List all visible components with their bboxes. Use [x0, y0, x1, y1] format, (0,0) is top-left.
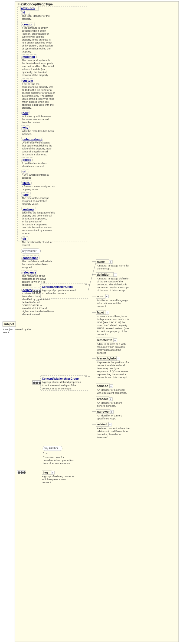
svg-rect-125 — [105, 295, 109, 298]
svg-rect-4 — [22, 10, 30, 15]
svg-text:which express a new: which express a new — [42, 478, 66, 481]
svg-text:descendant elements.: descendant elements. — [22, 153, 47, 156]
svg-text:relationship is different from: relationship is different from — [97, 430, 129, 433]
svg-rect-81 — [22, 236, 28, 241]
svg-text:the value was extracted: the value was extracted — [22, 118, 49, 121]
svg-text:taxonomy tree by a: taxonomy tree by a — [97, 367, 119, 370]
svg-text:+: + — [106, 295, 107, 298]
svg-text:A related concept, where the: A related concept, where the — [97, 427, 129, 430]
svg-text:concept to other concepts: concept to other concepts — [42, 387, 71, 390]
svg-text:A natural language definition: A natural language definition — [97, 277, 129, 280]
svg-text:property.: property. — [22, 106, 32, 109]
svg-rect-214 — [51, 471, 54, 474]
svg-text:property.: property. — [22, 50, 32, 53]
svg-rect-181 — [110, 410, 113, 413]
svg-rect-114 — [96, 272, 114, 277]
svg-rect-185 — [96, 422, 109, 426]
svg-text:sequence of QCode tokens: sequence of QCode tokens — [97, 370, 128, 373]
svg-text:related: related — [97, 423, 107, 426]
svg-text:bag: bag — [43, 471, 48, 474]
svg-text:provider-defined properties: provider-defined properties — [43, 459, 74, 462]
svg-text:type: type — [22, 193, 29, 196]
svg-text:concepts. This definition is: concepts. This definition is — [97, 283, 127, 286]
svg-text:+: + — [110, 385, 112, 388]
svg-text:which applies when this: which applies when this — [21, 100, 49, 103]
svg-text:concept.: concept. — [97, 305, 107, 308]
svg-text:A group of user-defined proper: A group of user-defined properties — [42, 381, 81, 383]
svg-text:Represents the position of a: Represents the position of a — [97, 361, 129, 364]
svg-rect-219 — [17, 470, 25, 474]
svg-text:'narrower'.: 'narrower'. — [97, 436, 109, 439]
svg-text:assigned as controlled: assigned as controlled — [22, 199, 47, 202]
svg-text:constraint applies to all: constraint applies to all — [22, 150, 48, 153]
svg-text:BCP 47.: BCP 47. — [22, 232, 31, 235]
svg-text:override this value. Values: override this value. Values — [22, 226, 52, 229]
svg-text:ConceptDefinitionGroup: ConceptDefinitionGroup — [42, 285, 73, 288]
svg-text:facet: facet — [97, 311, 104, 314]
svg-text:Additional natural language: Additional natural language — [97, 299, 128, 302]
svg-rect-159 — [41, 284, 88, 299]
svg-text:attributes: attributes — [21, 6, 35, 10]
svg-text:entity (person, organisation: entity (person, organisation — [22, 44, 53, 47]
svg-rect-8 — [22, 22, 35, 26]
svg-text:derived/inferred.: derived/inferred. — [22, 301, 40, 304]
svg-text:uri: uri — [22, 170, 26, 173]
svg-text:specific customer or group of: specific customer or group of — [22, 91, 55, 94]
svg-rect-66 — [22, 192, 30, 197]
svg-text:ConceptRelationshipsGroup: ConceptRelationshipsGroup — [42, 377, 79, 380]
svg-text:with equivalent semantics.: with equivalent semantics. — [97, 391, 127, 394]
svg-rect-116 — [114, 273, 117, 276]
svg-text:creator: creator — [22, 23, 33, 26]
svg-rect-212 — [42, 470, 51, 475]
svg-text:metadata to the news: metadata to the news — [22, 277, 46, 280]
svg-text:A reference to the concept: A reference to the concept — [22, 292, 52, 295]
svg-text:concept.).: concept.). — [97, 333, 108, 336]
svg-text:In NAR 1.8 and later, facet: In NAR 1.8 and later, facet — [97, 315, 127, 318]
svg-rect-175 — [109, 398, 112, 401]
svg-text:A subject covered by the: A subject covered by the — [3, 328, 31, 331]
svg-rect-143 — [114, 339, 117, 342]
svg-text:concept.: concept. — [42, 481, 52, 484]
svg-text:specifies which entity: specifies which entity — [22, 29, 46, 32]
svg-text:is deprecated and SHOULD: is deprecated and SHOULD — [97, 318, 129, 321]
svg-text:xmllang values of: xmllang values of — [22, 220, 42, 223]
svg-rect-108 — [96, 259, 109, 264]
svg-text:pubconstraint: pubconstraint — [22, 138, 43, 141]
svg-text:representing the ancestor: representing the ancestor — [97, 373, 126, 376]
svg-text:event.: event. — [3, 331, 10, 334]
svg-text:0..∞: 0..∞ — [43, 452, 48, 455]
svg-text:An identifier of a concept: An identifier of a concept — [97, 388, 125, 391]
svg-text:+: + — [114, 273, 116, 276]
svg-text:custom: custom — [22, 79, 33, 82]
svg-text:system) will edit the: system) will edit the — [22, 35, 44, 38]
svg-rect-54 — [22, 158, 32, 162]
svg-rect-47 — [22, 137, 43, 141]
svg-text:of the semantics of the: of the semantics of the — [97, 280, 123, 283]
svg-text:MUST be used instead (was:: MUST be used instead (was: — [97, 327, 130, 330]
svg-rect-19 — [22, 55, 37, 59]
svg-text:modified: modified — [22, 55, 35, 58]
svg-text:+: + — [111, 411, 112, 413]
svg-text:Extension point for: Extension point for — [43, 456, 64, 459]
svg-rect-132 — [106, 311, 109, 314]
svg-text:+: + — [110, 398, 111, 401]
svg-text:dir: dir — [22, 237, 27, 240]
svg-text:descendant properties: descendant properties — [22, 223, 47, 226]
svg-text:A qualified code which: A qualified code which — [22, 162, 47, 165]
svg-text:higher, use the derivedFrom: higher, use the derivedFrom — [22, 310, 54, 313]
svg-text:identifies a concept.: identifies a concept. — [22, 165, 44, 168]
svg-text:subject: subject — [4, 322, 14, 326]
svg-rect-62 — [22, 181, 31, 185]
svg-text:the concept.: the concept. — [97, 267, 111, 270]
svg-text:resource which provides: resource which provides — [97, 345, 125, 348]
svg-rect-149 — [96, 356, 117, 361]
svg-text:qcode: qcode — [22, 158, 31, 161]
svg-text:literal: literal — [22, 181, 30, 185]
svg-text:dependant properties;: dependant properties; — [22, 217, 47, 220]
svg-text:The date (and, optionally,: The date (and, optionally, — [22, 59, 51, 62]
svg-text:information about the: information about the — [97, 302, 121, 305]
svg-text:The directionality of textual: The directionality of textual — [22, 241, 52, 243]
svg-text:that apply to publishing the: that apply to publishing the — [22, 144, 52, 147]
svg-text:The type of the concept: The type of the concept — [22, 196, 49, 199]
svg-text:how: how — [22, 111, 28, 115]
